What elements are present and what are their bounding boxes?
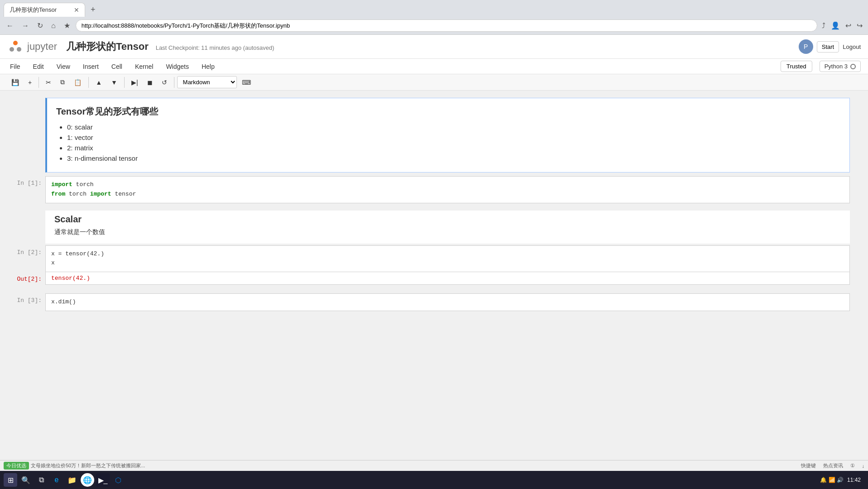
menu-insert[interactable]: Insert [80,61,101,72]
save-button[interactable]: 💾 [7,77,23,88]
taskbar: ⊞ 🔍 ⧉ e 📁 🌐 ▶_ ⬡ 🔔 📶 🔊 11:42 [0,471,868,489]
taskbar-file-icon[interactable]: 📁 [65,473,79,487]
browser-tab-active[interactable]: 几种形状的Tensor ✕ [4,3,85,17]
keyword-import-2: import [90,191,111,197]
run-button[interactable]: ▶| [127,77,142,88]
menu-kernel[interactable]: Kernel [132,61,156,72]
profile-icon[interactable]: 👤 [829,19,842,32]
markdown-cell-2[interactable]: Scalar 通常就是一个数值 [45,211,850,244]
hotspot-text: 热点资讯 [823,462,843,469]
code-cell-3-line-1: x.dim() [51,297,844,307]
code-cell-3-row: In [3]: x.dim() [0,293,868,311]
svg-point-2 [17,47,21,52]
add-cell-button[interactable]: + [24,77,36,88]
code-cell-3-content: x.dim() [45,293,850,311]
menu-widgets[interactable]: Widgets [163,61,192,72]
tab-close-button[interactable]: ✕ [74,6,79,14]
undo-icon[interactable]: ↩ [844,19,853,32]
shortcut-text: 快捷键 [801,462,816,469]
list-item-0: 0: scalar [67,123,840,131]
cut-button[interactable]: ✂ [42,77,55,88]
browser-chrome: 几种形状的Tensor ✕ + ← → ↻ ⌂ ★ ⤴ 👤 ↩ ↪ [0,0,868,35]
paste-button[interactable]: 📋 [70,77,86,88]
taskbar-vscode-icon[interactable]: ⬡ [111,473,125,487]
refresh-button[interactable]: ↻ [34,19,46,32]
markdown-cell-2-row: Scalar 通常就是一个数值 [0,211,868,245]
spacer-2 [0,286,868,293]
taskbar-time: 11:42 [847,477,861,483]
code-cell-1[interactable]: import torch from torch import tensor [45,176,850,203]
share-icon[interactable]: ⤴ [820,20,827,32]
taskbar-search-icon[interactable]: 🔍 [19,473,33,487]
back-button[interactable]: ← [4,20,16,32]
checkpoint-info: Last Checkpoint: 11 minutes ago (autosav… [156,44,275,51]
markdown-heading-1: Tensor常见的形式有哪些 [56,105,840,118]
menu-file[interactable]: File [7,61,23,72]
code-cell-1-prompt: In [1]: [0,176,45,203]
start-button[interactable]: Start [817,41,839,53]
cell-type-select[interactable]: Markdown Code Raw NBConvert [177,76,237,88]
markdown-cell-1-content: Tensor常见的形式有哪些 0: scalar 1: vector 2: ma… [45,98,850,176]
toolbar: 💾 + ✂ ⧉ 📋 ▲ ▼ ▶| ◼ ↺ Markdown Code Raw N… [0,74,868,91]
taskbar-right: 🔔 📶 🔊 11:42 [820,477,864,483]
menu-bar: File Edit View Insert Cell Kernel Widget… [0,59,868,74]
new-tab-button[interactable]: + [87,3,99,16]
menu-view[interactable]: View [54,61,73,72]
redo-icon[interactable]: ↪ [855,19,864,32]
output-cell-2-row: Out[2]: tensor(42.) [0,272,868,286]
forward-button[interactable]: → [19,20,32,32]
kernel-status-circle [850,64,856,69]
notebook-title[interactable]: 几种形状的Tensor [66,41,149,52]
trusted-button[interactable]: Trusted [781,61,812,72]
restart-button[interactable]: ↺ [158,77,171,88]
jupyter-logo: jupyter [7,38,57,55]
keyboard-shortcut-button[interactable]: ⌨ [238,77,255,88]
jupyter-logo-icon [7,38,24,55]
menu-help[interactable]: Help [199,61,217,72]
bookmark-button[interactable]: ★ [61,19,73,32]
taskbar-task-view[interactable]: ⧉ [34,473,48,487]
list-item-2: 2: matrix [67,144,840,152]
markdown-cell-1-prompt [0,98,45,176]
keyword-import-1: import [51,181,72,188]
list-item-1: 1: vector [67,134,840,141]
jupyter-header: jupyter 几种形状的Tensor Last Checkpoint: 11 … [0,35,868,59]
home-button[interactable]: ⌂ [48,20,58,32]
bottom-info-bar: 今日优选 文母娘坐地位价50万！新郎一怒之下传统被搬回家... 快捷键 热点资讯… [0,460,868,471]
notebook-content: Tensor常见的形式有哪些 0: scalar 1: vector 2: ma… [0,91,868,489]
move-down-button[interactable]: ▼ [107,77,121,88]
copy-button[interactable]: ⧉ [56,76,69,88]
code-cell-2-line-2: x [51,259,844,268]
toolbar-separator-1 [39,77,39,88]
news-text: 文母娘坐地位价50万！新郎一怒之下传统被搬回家... [31,462,145,469]
user-avatar: P [799,39,813,54]
address-input[interactable] [76,19,817,32]
code-cell-1-content: import torch from torch import tensor [45,176,850,203]
scalar-heading: Scalar [54,214,841,225]
taskbar-edge-icon[interactable]: e [50,473,63,487]
stop-button[interactable]: ◼ [143,77,157,88]
markdown-cell-1-row: Tensor常见的形式有哪些 0: scalar 1: vector 2: ma… [0,98,868,176]
spacer-1 [0,203,868,211]
taskbar-start-icon[interactable]: ⊞ [4,473,17,487]
code-cell-2-content: x = tensor(42.) x [45,245,850,273]
code-line-2: from torch import tensor [51,190,844,199]
menu-cell[interactable]: Cell [109,61,125,72]
scroll-down-icon: ↓ [862,463,865,469]
markdown-cell-1[interactable]: Tensor常见的形式有哪些 0: scalar 1: vector 2: ma… [45,98,850,173]
taskbar-chrome-icon[interactable]: 🌐 [81,473,94,487]
code-line-1: import torch [51,180,844,190]
logout-button[interactable]: Logout [843,43,861,50]
code-cell-3[interactable]: x.dim() [45,293,850,311]
move-up-button[interactable]: ▲ [92,77,106,88]
notebook-title-area: 几种形状的Tensor Last Checkpoint: 11 minutes … [57,40,799,53]
taskbar-terminal-icon[interactable]: ▶_ [96,473,110,487]
code-cell-1-row: In [1]: import torch from torch import t… [0,176,868,203]
toolbar-separator-3 [124,77,125,88]
list-item-3: 3: n-dimensional tensor [67,154,840,162]
code-cell-2[interactable]: x = tensor(42.) x [45,245,850,273]
scalar-body: 通常就是一个数值 [54,228,841,236]
output-value-2: tensor(42.) [51,275,90,282]
output-cell-2-content: tensor(42.) [45,272,850,286]
menu-edit[interactable]: Edit [30,61,47,72]
